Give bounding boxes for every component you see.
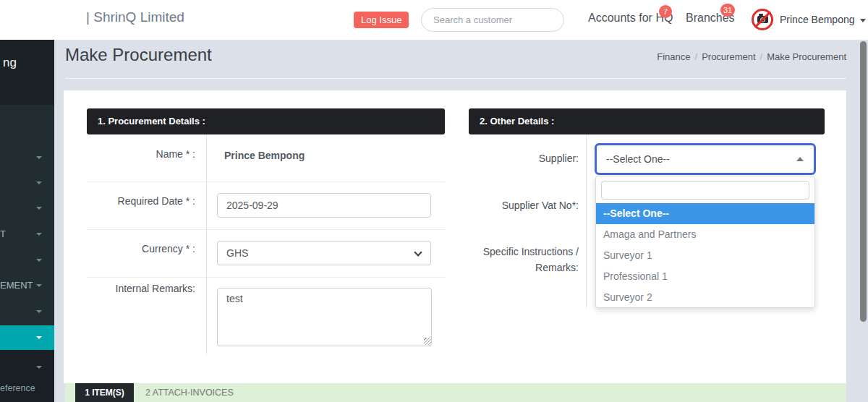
page-title: Make Procurement xyxy=(65,45,212,65)
chevron-down-icon xyxy=(36,310,42,313)
sidebar-item-3[interactable] xyxy=(0,195,54,221)
user-menu[interactable]: Prince Bempong xyxy=(780,14,866,25)
sidebar-item-1[interactable] xyxy=(0,145,54,170)
divider xyxy=(586,134,587,308)
chevron-down-icon xyxy=(36,366,42,369)
sidebar-item-label: eference xyxy=(0,383,35,393)
currency-label: Currency * : xyxy=(87,243,195,255)
chevron-down-icon xyxy=(36,207,42,210)
tab-attach-invoices[interactable]: 2 ATTACH-INVOICES xyxy=(145,383,234,402)
scrollbar-thumb[interactable] xyxy=(860,41,867,322)
sidebar-item-label: EMENT xyxy=(0,280,33,291)
tab-items[interactable]: 1 ITEM(S) xyxy=(75,383,134,402)
sidebar-item-2[interactable] xyxy=(0,170,54,195)
breadcrumb-procurement[interactable]: Procurement xyxy=(702,51,755,62)
supplier-option-professional-1[interactable]: Professional 1 xyxy=(596,266,814,287)
required-date-label: Required Date * : xyxy=(87,195,195,207)
branches-badge: 31 xyxy=(720,4,735,17)
sidebar-item-9[interactable] xyxy=(0,354,54,380)
required-date-input[interactable] xyxy=(217,193,431,218)
log-issue-button[interactable]: Log Issue xyxy=(354,12,409,28)
sidebar-item-reference[interactable]: eference xyxy=(0,379,54,398)
user-name: Prince Bempong xyxy=(780,14,855,25)
supplier-option-select-one[interactable]: --Select One-- xyxy=(596,203,814,224)
chevron-down-icon xyxy=(36,336,42,339)
chevron-down-icon xyxy=(36,156,42,159)
accounts-badge: 7 xyxy=(659,5,672,18)
divider xyxy=(87,229,445,230)
sidebar-item-7[interactable] xyxy=(0,299,54,324)
chevron-down-icon xyxy=(36,181,42,184)
supplier-option-surveyor-2[interactable]: Surveyor 2 xyxy=(596,287,814,308)
sidebar-item-active[interactable] xyxy=(0,325,54,350)
specific-instructions-label-line2: Remarks: xyxy=(469,262,579,273)
chevron-down-icon xyxy=(860,19,866,22)
top-header: | ShrinQ Limited Log Issue Accounts for … xyxy=(0,0,868,40)
divider xyxy=(206,134,207,354)
supplier-vat-label: Supplier Vat No*: xyxy=(469,200,579,211)
supplier-label: Supplier: xyxy=(469,153,579,164)
chevron-down-icon xyxy=(36,233,42,236)
breadcrumb-separator: / xyxy=(695,51,698,62)
sidebar-item-6[interactable]: EMENT xyxy=(0,273,54,298)
supplier-select-button[interactable]: --Select One-- xyxy=(595,143,816,175)
breadcrumb-finance[interactable]: Finance xyxy=(657,51,690,62)
sidebar-user-panel: ng xyxy=(0,40,54,105)
procurement-details-header: 1. Procurement Details : xyxy=(87,108,445,134)
supplier-option-surveyor-1[interactable]: Surveyor 1 xyxy=(596,245,814,266)
supplier-option-amaga-and-partners[interactable]: Amaga and Partners xyxy=(596,224,814,245)
chevron-up-icon xyxy=(796,157,804,161)
internal-remarks-label: Internal Remarks: xyxy=(87,283,195,294)
sidebar: ng T EMENT xyxy=(0,40,54,402)
chevron-down-icon xyxy=(36,284,42,287)
sidebar-item-4[interactable]: T xyxy=(0,221,54,247)
currency-select[interactable]: GHS xyxy=(217,241,431,265)
sidebar-item-5[interactable] xyxy=(0,247,54,273)
supplier-dropdown-menu: --Select One-- Amaga and Partners Survey… xyxy=(595,176,815,308)
app-frame: | ShrinQ Limited Log Issue Accounts for … xyxy=(0,0,868,402)
chevron-down-icon xyxy=(414,248,422,256)
divider xyxy=(87,277,445,278)
chevron-down-icon xyxy=(36,259,42,262)
currency-selected-value: GHS xyxy=(226,241,248,265)
breadcrumb-current: Make Procurement xyxy=(767,51,846,62)
bottom-tab-strip: 1 ITEM(S) 2 ATTACH-INVOICES xyxy=(65,383,846,402)
divider xyxy=(87,181,445,182)
name-label: Name * : xyxy=(87,148,195,160)
supplier-dropdown-search-input[interactable] xyxy=(601,181,809,200)
specific-instructions-label-line1: Specific Instructions / xyxy=(469,246,579,257)
name-value: Prince Bempong xyxy=(224,150,305,161)
internal-remarks-textarea[interactable]: test xyxy=(217,288,432,346)
no-camera-avatar-icon xyxy=(752,9,773,30)
breadcrumb: Finance/Procurement/Make Procurement xyxy=(657,51,846,62)
other-details-header: 2. Other Details : xyxy=(469,108,825,134)
supplier-selected-value: --Select One-- xyxy=(606,145,670,173)
sidebar-user-name-fragment: ng xyxy=(3,56,17,70)
divider xyxy=(65,78,846,79)
breadcrumb-separator: / xyxy=(760,51,763,62)
brand-logo: | ShrinQ Limited xyxy=(86,9,184,25)
sidebar-item-label: T xyxy=(0,228,6,239)
customer-search-input[interactable] xyxy=(421,8,564,32)
